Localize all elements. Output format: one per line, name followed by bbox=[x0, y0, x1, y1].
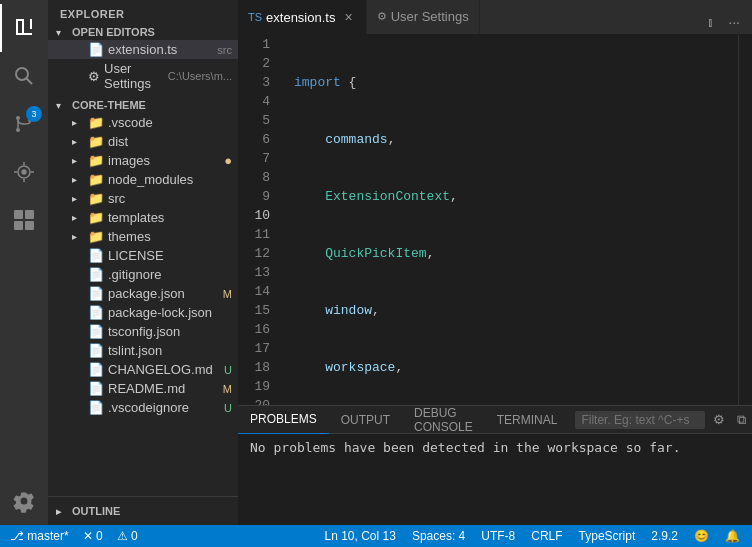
file-package-lock-label: package-lock.json bbox=[108, 305, 212, 320]
error-icon: ✕ bbox=[83, 529, 96, 543]
changelog-badge: U bbox=[224, 364, 232, 376]
tab-extension-ts[interactable]: TS extension.ts × bbox=[238, 0, 367, 34]
status-right: Ln 10, Col 13 Spaces: 4 UTF-8 CRLF TypeS… bbox=[312, 529, 752, 543]
more-actions-icon[interactable]: ··· bbox=[724, 10, 744, 34]
file-package-json[interactable]: 📄 package.json M bbox=[48, 284, 238, 303]
tab-user-settings-label: User Settings bbox=[391, 9, 469, 24]
explorer-title: EXPLORER bbox=[48, 0, 238, 24]
svg-rect-15 bbox=[14, 221, 23, 230]
errors-status[interactable]: ✕ 0 bbox=[79, 529, 107, 543]
copy-icon[interactable]: ⧉ bbox=[733, 410, 750, 430]
outline-toggle[interactable]: OUTLINE bbox=[48, 501, 238, 521]
split-editor-icon[interactable]: ⫾ bbox=[703, 10, 718, 34]
folder-images[interactable]: 📁 images ● bbox=[48, 151, 238, 170]
file-package-lock[interactable]: 📄 package-lock.json bbox=[48, 303, 238, 322]
folder-src-arrow bbox=[72, 193, 88, 204]
file-changelog[interactable]: 📄 CHANGELOG.md U bbox=[48, 360, 238, 379]
ts-version-status[interactable]: 2.9.2 bbox=[647, 529, 682, 543]
ln-19: 19 bbox=[238, 377, 278, 396]
ln-12: 12 bbox=[238, 244, 278, 263]
ln-15: 15 bbox=[238, 301, 278, 320]
tab-user-settings[interactable]: ⚙ User Settings bbox=[367, 0, 480, 34]
code-line-4: QuickPickItem, bbox=[294, 244, 738, 263]
ln-4: 4 bbox=[238, 92, 278, 111]
search-activity-icon[interactable] bbox=[0, 52, 48, 100]
status-bar: ⎇ master* ✕ 0 ⚠ 0 Ln 10, Col 13 Spaces: … bbox=[0, 525, 752, 547]
filter-settings-icon[interactable]: ⚙ bbox=[709, 410, 729, 429]
ln-13: 13 bbox=[238, 263, 278, 282]
open-editor-user-settings[interactable]: ⚙ User Settings C:\Users\m... bbox=[48, 59, 238, 93]
folder-dist[interactable]: 📁 dist bbox=[48, 132, 238, 151]
line-ending-status[interactable]: CRLF bbox=[527, 529, 566, 543]
language-status[interactable]: TypeScript bbox=[575, 529, 640, 543]
file-license[interactable]: 📄 LICENSE bbox=[48, 246, 238, 265]
core-theme-section[interactable]: CORE-THEME bbox=[48, 97, 238, 113]
folder-icon-node-modules: 📁 bbox=[88, 172, 104, 187]
svg-line-6 bbox=[27, 79, 33, 85]
ln-16: 16 bbox=[238, 320, 278, 339]
settings-activity-icon[interactable] bbox=[0, 477, 48, 525]
terminal-tab-problems[interactable]: PROBLEMS bbox=[238, 406, 329, 434]
folder-templates-label: templates bbox=[108, 210, 164, 225]
folder-src-label: src bbox=[108, 191, 125, 206]
file-tsconfig[interactable]: 📄 tsconfig.json bbox=[48, 322, 238, 341]
folder-vscode-label: .vscode bbox=[108, 115, 153, 130]
svg-point-12 bbox=[22, 170, 26, 174]
git-activity-icon[interactable]: 3 bbox=[0, 100, 48, 148]
terminal-tab-actions: ⚙ ⧉ ∧ ∨ □ × bbox=[569, 410, 752, 430]
file-package-json-label: package.json bbox=[108, 286, 223, 301]
code-line-5: window, bbox=[294, 301, 738, 320]
filter-input[interactable] bbox=[575, 411, 705, 429]
ln-9: 9 bbox=[238, 187, 278, 206]
file-vscodeignore[interactable]: 📄 .vscodeignore U bbox=[48, 398, 238, 417]
spaces-status[interactable]: Spaces: 4 bbox=[408, 529, 469, 543]
file-readme-label: README.md bbox=[108, 381, 223, 396]
terminal-tab-terminal[interactable]: TERMINAL bbox=[485, 406, 570, 434]
encoding-status[interactable]: UTF-8 bbox=[477, 529, 519, 543]
bell-icon[interactable]: 🔔 bbox=[721, 529, 744, 543]
explorer-activity-icon[interactable] bbox=[0, 4, 48, 52]
terminal-tab-output[interactable]: OUTPUT bbox=[329, 406, 402, 434]
user-settings-icon: ⚙ bbox=[88, 69, 100, 84]
open-editors-section[interactable]: OPEN EDITORS bbox=[48, 24, 238, 40]
svg-point-5 bbox=[16, 68, 28, 80]
code-editor: 1 2 3 4 5 6 7 8 9 10 11 12 13 14 15 16 1… bbox=[238, 35, 752, 405]
folder-dist-label: dist bbox=[108, 134, 128, 149]
folder-templates[interactable]: 📁 templates bbox=[48, 208, 238, 227]
file-gitignore[interactable]: 📄 .gitignore bbox=[48, 265, 238, 284]
folder-vscode[interactable]: 📁 .vscode bbox=[48, 113, 238, 132]
cursor-position-status[interactable]: Ln 10, Col 13 bbox=[320, 529, 399, 543]
activity-bar: 3 bbox=[0, 0, 48, 525]
terminal-panel: PROBLEMS OUTPUT DEBUG CONSOLE TERMINAL ⚙… bbox=[238, 405, 752, 525]
vscodeignore-badge: U bbox=[224, 402, 232, 414]
folder-node-modules[interactable]: 📁 node_modules bbox=[48, 170, 238, 189]
tab-extension-ts-close[interactable]: × bbox=[341, 8, 355, 26]
code-content[interactable]: import { commands, ExtensionContext, Qui… bbox=[286, 35, 738, 405]
folder-vscode-arrow bbox=[72, 117, 88, 128]
extensions-activity-icon[interactable] bbox=[0, 196, 48, 244]
folder-src[interactable]: 📁 src bbox=[48, 189, 238, 208]
git-branch-status[interactable]: ⎇ master* bbox=[6, 529, 73, 543]
warnings-status[interactable]: ⚠ 0 bbox=[113, 529, 142, 543]
file-readme[interactable]: 📄 README.md M bbox=[48, 379, 238, 398]
open-editor-path: src bbox=[217, 44, 232, 56]
folder-themes-arrow bbox=[72, 231, 88, 242]
feedback-icon[interactable]: 😊 bbox=[690, 529, 713, 543]
file-tslint[interactable]: 📄 tslint.json bbox=[48, 341, 238, 360]
svg-rect-13 bbox=[14, 210, 23, 219]
ln-5: 5 bbox=[238, 111, 278, 130]
core-theme-label: CORE-THEME bbox=[72, 99, 146, 111]
debug-activity-icon[interactable] bbox=[0, 148, 48, 196]
tab-user-settings-icon: ⚙ bbox=[377, 10, 387, 23]
activity-bar-bottom bbox=[0, 477, 48, 525]
file-tsconfig-label: tsconfig.json bbox=[108, 324, 180, 339]
ln-18: 18 bbox=[238, 358, 278, 377]
app-layout: 3 EXPLORER bbox=[0, 0, 752, 525]
outline-section: OUTLINE bbox=[48, 496, 238, 525]
open-editor-extension-ts[interactable]: 📄 extension.ts src bbox=[48, 40, 238, 59]
file-icon-changelog: 📄 bbox=[88, 362, 104, 377]
user-settings-label: User Settings bbox=[104, 61, 168, 91]
folder-icon-src: 📁 bbox=[88, 191, 104, 206]
folder-themes[interactable]: 📁 themes bbox=[48, 227, 238, 246]
terminal-tab-debug-console[interactable]: DEBUG CONSOLE bbox=[402, 406, 485, 434]
